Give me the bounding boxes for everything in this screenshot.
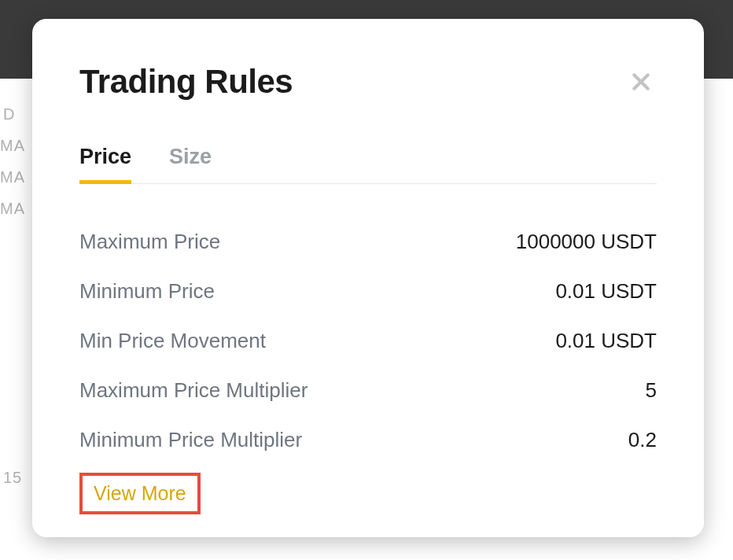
rule-row: Min Price Movement 0.01 USDT [79, 316, 657, 366]
view-more-link[interactable]: View More [94, 482, 186, 504]
close-icon [629, 70, 653, 94]
tab-size[interactable]: Size [169, 145, 212, 183]
close-button[interactable] [625, 66, 657, 98]
rule-value: 0.01 USDT [555, 329, 657, 353]
rule-row: Maximum Price Multiplier 5 [79, 366, 657, 415]
rule-label: Maximum Price [79, 230, 220, 254]
bg-label: MA [0, 137, 25, 155]
rule-value: 1000000 USDT [516, 230, 657, 254]
modal-title: Trading Rules [79, 63, 293, 101]
rules-list: Maximum Price 1000000 USDT Minimum Price… [79, 217, 657, 465]
bg-label: D [3, 105, 15, 123]
rule-value: 5 [646, 378, 657, 403]
rule-label: Maximum Price Multiplier [79, 378, 308, 403]
rule-row: Maximum Price 1000000 USDT [79, 217, 657, 267]
rule-label: Minimum Price Multiplier [79, 428, 302, 452]
rule-value: 0.01 USDT [555, 279, 657, 304]
tabs: Price Size [79, 145, 657, 184]
view-more-highlight: View More [79, 473, 201, 514]
rule-label: Minimum Price [79, 279, 215, 304]
rule-value: 0.2 [628, 428, 657, 452]
bg-label: MA [0, 200, 25, 218]
trading-rules-modal: Trading Rules Price Size Maximum Price 1… [32, 19, 704, 537]
rule-label: Min Price Movement [79, 329, 266, 353]
rule-row: Minimum Price Multiplier 0.2 [79, 415, 657, 465]
rule-row: Minimum Price 0.01 USDT [79, 267, 657, 316]
bg-label: MA [0, 168, 25, 186]
bg-label: 15 [3, 469, 22, 487]
tab-price[interactable]: Price [79, 145, 131, 183]
modal-header: Trading Rules [79, 63, 657, 101]
